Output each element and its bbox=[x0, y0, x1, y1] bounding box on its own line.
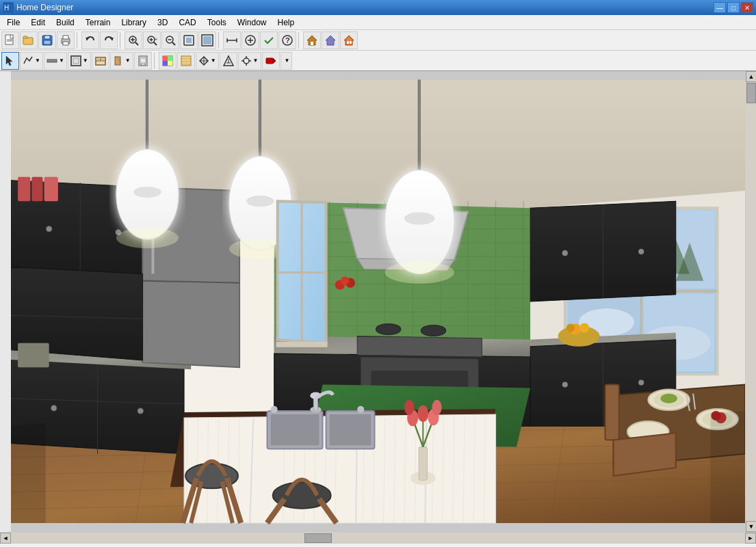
menu-tools[interactable]: Tools bbox=[202, 15, 232, 29]
menu-library[interactable]: Library bbox=[116, 15, 152, 29]
svg-point-225 bbox=[246, 196, 274, 206]
svg-point-215 bbox=[417, 405, 428, 422]
svg-point-230 bbox=[385, 261, 454, 283]
svg-point-229 bbox=[404, 212, 435, 224]
close-button[interactable]: ✕ bbox=[741, 2, 753, 13]
svg-point-160 bbox=[638, 379, 644, 385]
svg-rect-60 bbox=[163, 61, 168, 66]
scroll-left-button[interactable]: ◄ bbox=[0, 533, 11, 544]
select-tool-button[interactable] bbox=[1, 52, 19, 70]
svg-rect-40 bbox=[311, 42, 313, 45]
svg-rect-138 bbox=[31, 177, 42, 201]
snap-dropdown-arrow: ▼ bbox=[253, 57, 259, 64]
texture-button[interactable] bbox=[177, 52, 195, 70]
window-title: Home Designer bbox=[16, 3, 714, 12]
print-button[interactable] bbox=[57, 31, 75, 49]
zoom-window-button[interactable] bbox=[125, 31, 142, 49]
home-view-button[interactable] bbox=[303, 31, 321, 49]
zoom-in-button[interactable]: + bbox=[143, 31, 161, 49]
room-dropdown[interactable]: ▼ bbox=[68, 52, 91, 70]
save-button[interactable] bbox=[38, 31, 56, 49]
scroll-down-button[interactable]: ▼ bbox=[746, 521, 756, 532]
svg-point-149 bbox=[421, 325, 445, 336]
svg-marker-259 bbox=[11, 423, 46, 523]
svg-rect-8 bbox=[44, 36, 50, 39]
undo-button[interactable] bbox=[81, 31, 99, 49]
sep5 bbox=[154, 53, 157, 69]
svg-rect-46 bbox=[47, 59, 57, 62]
dimension-button[interactable] bbox=[223, 31, 241, 49]
record-button[interactable] bbox=[262, 52, 280, 70]
add-button[interactable] bbox=[242, 31, 259, 49]
transform-dropdown[interactable]: ▼ bbox=[196, 52, 219, 70]
h-scrollbar-thumb[interactable] bbox=[304, 533, 332, 543]
svg-marker-260 bbox=[710, 411, 745, 523]
paint-button[interactable] bbox=[159, 52, 177, 70]
svg-rect-139 bbox=[44, 177, 58, 201]
scrollbar-thumb[interactable] bbox=[746, 83, 756, 103]
main-area: ▲ ▼ bbox=[0, 71, 756, 532]
svg-line-16 bbox=[135, 42, 138, 45]
new-button[interactable] bbox=[1, 31, 19, 49]
svg-point-72 bbox=[244, 58, 249, 64]
menu-edit[interactable]: Edit bbox=[25, 15, 51, 29]
maximize-button[interactable]: □ bbox=[727, 2, 740, 13]
toolbar-main: + bbox=[0, 30, 756, 51]
fit-view-button[interactable] bbox=[180, 31, 198, 49]
sep1 bbox=[77, 32, 79, 49]
title-bar: H Home Designer — □ ✕ bbox=[0, 0, 756, 15]
help-button[interactable]: ? bbox=[278, 31, 296, 49]
window-controls[interactable]: — □ ✕ bbox=[714, 2, 753, 13]
svg-rect-43 bbox=[347, 41, 349, 44]
svg-rect-54 bbox=[140, 58, 146, 63]
door-dropdown-arrow: ▼ bbox=[125, 57, 131, 64]
redo-button[interactable] bbox=[100, 31, 118, 49]
check-button[interactable] bbox=[260, 31, 278, 49]
svg-text:?: ? bbox=[285, 36, 290, 44]
menu-window[interactable]: Window bbox=[232, 15, 272, 29]
snap-dropdown[interactable]: ▼ bbox=[238, 52, 261, 70]
menu-3d[interactable]: 3D bbox=[152, 15, 173, 29]
svg-marker-147 bbox=[357, 336, 482, 357]
h-scrollbar-track[interactable] bbox=[11, 533, 745, 543]
horizontal-scrollbar[interactable]: ◄ ► bbox=[0, 532, 756, 543]
door-dropdown[interactable]: ▼ bbox=[110, 52, 133, 70]
scrollbar-track[interactable] bbox=[746, 82, 756, 521]
svg-rect-77 bbox=[266, 58, 273, 64]
svg-rect-59 bbox=[168, 56, 172, 61]
svg-point-205 bbox=[271, 406, 278, 413]
scroll-up-button[interactable]: ▲ bbox=[746, 71, 756, 82]
svg-rect-12 bbox=[63, 42, 68, 45]
floor-plan-button[interactable] bbox=[340, 31, 358, 49]
appliance-button[interactable] bbox=[134, 52, 152, 70]
exterior-view-button[interactable] bbox=[322, 31, 339, 49]
menu-build[interactable]: Build bbox=[51, 15, 80, 29]
scroll-right-button[interactable]: ► bbox=[745, 533, 756, 544]
svg-rect-240 bbox=[605, 384, 619, 440]
record-dropdown[interactable]: ▼ bbox=[281, 52, 293, 70]
status-bar bbox=[0, 543, 756, 547]
minimize-button[interactable]: — bbox=[714, 2, 726, 13]
menu-terrain[interactable]: Terrain bbox=[80, 15, 116, 29]
svg-rect-52 bbox=[115, 57, 120, 65]
svg-point-155 bbox=[638, 249, 644, 254]
draw-dropdown[interactable]: ▼ bbox=[20, 52, 43, 70]
menu-file[interactable]: File bbox=[1, 15, 25, 29]
svg-point-217 bbox=[404, 400, 414, 415]
svg-rect-258 bbox=[276, 342, 328, 347]
wall-dropdown[interactable]: ▼ bbox=[44, 52, 67, 70]
menu-help[interactable]: Help bbox=[272, 15, 300, 29]
vertical-scrollbar[interactable]: ▲ ▼ bbox=[745, 71, 756, 532]
menu-cad[interactable]: CAD bbox=[173, 15, 201, 29]
svg-point-218 bbox=[432, 400, 441, 415]
svg-rect-48 bbox=[73, 58, 79, 64]
fill-view-button[interactable] bbox=[198, 31, 216, 49]
open-button[interactable] bbox=[20, 31, 38, 49]
room-dropdown-arrow: ▼ bbox=[83, 57, 88, 64]
svg-point-132 bbox=[138, 408, 143, 414]
canvas-area[interactable] bbox=[11, 71, 745, 532]
zoom-out-button[interactable] bbox=[161, 31, 179, 49]
elevation-button[interactable] bbox=[220, 52, 237, 70]
transform-dropdown-arrow: ▼ bbox=[211, 57, 216, 64]
cabinet-button[interactable] bbox=[92, 52, 109, 70]
